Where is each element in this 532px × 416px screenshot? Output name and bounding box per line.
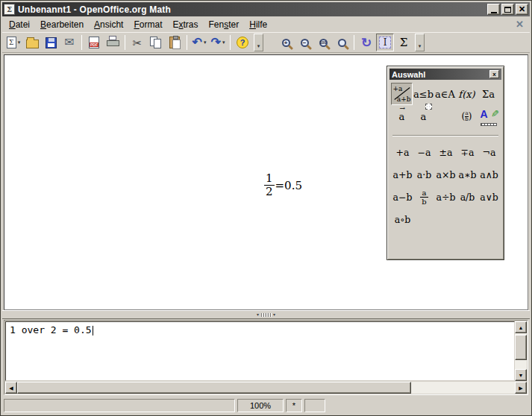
undo-button[interactable]: ↶ ▾ xyxy=(190,34,208,51)
menu-datei[interactable]: Datei xyxy=(4,18,35,31)
symbol-a-div-b[interactable]: a÷b xyxy=(436,192,456,203)
chevron-down-icon: ▾ xyxy=(257,43,260,49)
horizontal-scroll-track[interactable] xyxy=(411,382,515,394)
scroll-up-icon[interactable]: ▲ xyxy=(515,321,527,333)
redo-button[interactable]: ↷ ▾ xyxy=(209,34,227,51)
palette-titlebar[interactable]: Auswahl x xyxy=(389,69,501,80)
menu-fenster[interactable]: Fenster xyxy=(204,18,245,31)
vertical-scroll-track[interactable] xyxy=(515,360,527,369)
palette-close-button[interactable]: x xyxy=(489,70,499,78)
help-button[interactable]: ? xyxy=(234,34,251,51)
symbol-a-plus-b[interactable]: a+b xyxy=(393,169,413,180)
command-input[interactable]: 1 over 2 = 0.5 xyxy=(5,321,515,381)
save-button[interactable] xyxy=(42,34,60,51)
menu-ansicht[interactable]: Ansicht xyxy=(89,18,128,31)
symbol-a-over-b[interactable]: a b xyxy=(420,189,428,206)
help-icon: ? xyxy=(237,37,248,48)
menu-hilfe[interactable]: Hilfe xyxy=(244,18,272,31)
unary-binary-icon: +a a+b xyxy=(393,85,411,103)
chevron-down-icon: ▾ xyxy=(419,43,422,49)
update-button[interactable]: ↻ xyxy=(357,34,375,51)
maximize-button[interactable] xyxy=(501,4,514,15)
scroll-right-icon[interactable]: ▶ xyxy=(515,382,527,394)
toolbar-separator xyxy=(230,35,231,50)
set-operations-icon: a∈A xyxy=(435,89,455,100)
redo-icon: ↷ xyxy=(211,37,221,48)
print-icon xyxy=(107,38,119,48)
misc-icon: a ·· xyxy=(421,111,427,122)
zoom-100-button[interactable]: 100 xyxy=(314,34,332,51)
horizontal-scroll-thumb[interactable] xyxy=(17,382,411,394)
symbol-a-ast-b[interactable]: a∗b xyxy=(459,169,477,180)
status-zoom-panel[interactable]: 100% xyxy=(237,399,284,412)
close-document-icon[interactable]: ✕ xyxy=(516,19,524,29)
new-dropdown-icon[interactable]: ▾ xyxy=(18,40,21,45)
zoom-in-button[interactable]: + xyxy=(277,34,295,51)
splitter-arrow-icon: ▾ xyxy=(273,312,275,317)
category-misc[interactable]: a ·· xyxy=(413,105,434,127)
close-button[interactable]: ✕ xyxy=(516,4,528,15)
zoom-out-icon: − xyxy=(301,39,309,47)
symbol-a-slash-b[interactable]: a/b xyxy=(460,192,475,203)
scroll-left-icon[interactable]: ◀ xyxy=(5,382,17,394)
menu-format[interactable]: Format xyxy=(128,18,167,31)
category-attributes[interactable]: a → xyxy=(391,105,413,127)
category-operators[interactable]: Σa xyxy=(478,83,499,105)
redo-dropdown-icon[interactable]: ▾ xyxy=(222,40,225,45)
save-floppy-icon xyxy=(46,37,57,48)
category-unary-binary-operators[interactable]: +a a+b xyxy=(391,83,413,105)
category-spacer xyxy=(434,105,456,127)
menu-extras[interactable]: Extras xyxy=(168,18,204,31)
paste-button[interactable] xyxy=(166,34,184,51)
symbol-a-or-b[interactable]: a∨b xyxy=(480,192,498,203)
open-button[interactable] xyxy=(23,34,41,51)
toolbar-overflow-button[interactable]: ▾ xyxy=(415,34,425,51)
symbol-minus-a[interactable]: −a xyxy=(418,147,431,158)
command-vertical-scrollbar[interactable]: ▲ ▼ xyxy=(515,321,527,381)
email-icon: ✉ xyxy=(64,37,74,48)
new-formula-button[interactable]: Σ ▾ xyxy=(4,34,22,51)
category-functions[interactable]: f(x) xyxy=(456,83,478,105)
window-title: Unbenannt1 - OpenOffice.org Math xyxy=(18,4,487,15)
symbol-minusplus-a[interactable]: ∓a xyxy=(461,147,475,158)
rendered-formula: 1 2 =0.5 xyxy=(264,173,302,198)
print-button[interactable] xyxy=(104,34,122,51)
symbol-a-cdot-b[interactable]: a·b xyxy=(417,169,431,180)
symbol-plusminus-a[interactable]: ±a xyxy=(439,147,453,158)
symbol-a-and-b[interactable]: a∧b xyxy=(480,169,498,180)
vertical-scroll-thumb[interactable] xyxy=(515,335,527,360)
zoom-out-button[interactable]: − xyxy=(295,34,313,51)
sigma-icon: Σ xyxy=(400,36,408,49)
toolbar-overflow-button[interactable]: ▾ xyxy=(254,34,263,51)
undo-dropdown-icon[interactable]: ▾ xyxy=(204,40,207,45)
symbols-catalog-button[interactable]: Σ xyxy=(395,34,413,51)
scroll-down-icon[interactable]: ▼ xyxy=(515,369,527,381)
symbol-a-circ-b[interactable]: a∘b xyxy=(395,214,411,225)
command-horizontal-scrollbar[interactable]: ◀ ▶ xyxy=(5,382,527,394)
export-pdf-button[interactable] xyxy=(85,34,103,51)
palette-title: Auswahl xyxy=(392,70,425,79)
category-set-operations[interactable]: a∈A xyxy=(434,83,456,105)
formula-cursor-button[interactable]: I xyxy=(376,34,394,51)
zoom-all-button[interactable] xyxy=(333,34,351,51)
pdf-icon xyxy=(89,37,99,48)
status-modified-panel: * xyxy=(286,399,302,412)
paste-icon xyxy=(169,37,180,48)
minimize-button[interactable] xyxy=(487,4,500,15)
copy-button[interactable] xyxy=(147,34,165,51)
functions-icon: f(x) xyxy=(458,89,475,100)
menu-bearbeiten[interactable]: Bearbeiten xyxy=(35,18,89,31)
category-relations[interactable]: a≤b xyxy=(413,83,434,105)
email-button[interactable]: ✉ xyxy=(60,34,78,51)
symbol-neg-a[interactable]: ¬a xyxy=(483,147,496,158)
category-brackets[interactable]: ( ab ) xyxy=(456,105,478,127)
splitter-grip xyxy=(261,313,271,317)
symbol-plus-a[interactable]: +a xyxy=(396,147,410,158)
category-formats[interactable]: A ✎ xyxy=(478,105,499,127)
symbol-a-times-b[interactable]: a×b xyxy=(436,169,456,180)
zoom-all-icon xyxy=(338,39,346,47)
symbol-a-minus-b[interactable]: a−b xyxy=(393,192,413,203)
view-splitter[interactable]: ▾ ▾ xyxy=(2,310,530,319)
cut-button[interactable]: ✂ xyxy=(128,34,146,51)
zoom-100-icon: 100 xyxy=(319,39,328,47)
